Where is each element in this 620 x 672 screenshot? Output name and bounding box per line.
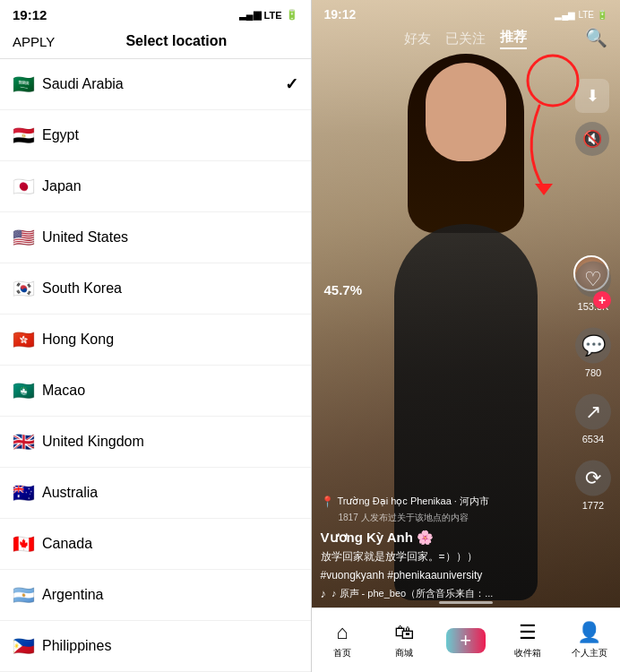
download-button[interactable]: ⬇ <box>575 79 609 113</box>
nav-label-1: 商城 <box>395 647 413 659</box>
bottom-nav-item-2[interactable]: + <box>443 628 488 653</box>
location-item-content: 🇲🇴 Macao <box>13 380 85 401</box>
location-item[interactable]: 🇵🇭 Philippines <box>0 621 311 672</box>
follow-plus-button[interactable]: + <box>593 291 611 309</box>
nav-tab-推荐[interactable]: 推荐 <box>500 29 527 49</box>
bottom-nav: ⌂ 首页 🛍 商城 + ☰ 收件箱 👤 个人主页 <box>312 607 621 672</box>
location-pin-icon: 📍 <box>321 495 334 508</box>
location-item[interactable]: 🇲🇴 Macao <box>0 366 311 417</box>
nav-label-3: 收件箱 <box>514 647 541 659</box>
location-item-content: 🇦🇷 Argentina <box>13 584 104 606</box>
nav-label-0: 首页 <box>333 647 351 659</box>
location-name-text: Australia <box>42 485 98 501</box>
location-name-text: United States <box>42 229 128 246</box>
location-item-content: 🇭🇰 Hong Kong <box>13 329 114 350</box>
nav-icon-0: ⌂ <box>336 621 348 644</box>
search-icon[interactable]: 🔍 <box>585 27 607 48</box>
top-nav: 好友已关注推荐 <box>312 25 621 53</box>
status-time-right: 19:12 <box>324 7 357 22</box>
location-name-text: United Kingdom <box>42 434 144 450</box>
bottom-info: 📍 Trường Đại học Phenikaa · 河内市 1817 人发布… <box>321 495 567 600</box>
location-item[interactable]: 🇯🇵 Japan <box>0 161 311 212</box>
flag-icon: 🇲🇴 <box>13 380 35 401</box>
location-list: 🇸🇦 Saudi Arabia ✓ 🇪🇬 Egypt 🇯🇵 Japan 🇺🇸 U… <box>0 59 311 672</box>
location-name-text: Japan <box>42 178 82 194</box>
location-name-text: Hong Kong <box>42 332 114 348</box>
location-name-text: Macao <box>42 383 85 399</box>
status-bar-right: 19:12 ▂▄▆ LTE 🔋 <box>312 0 621 25</box>
video-hashtags[interactable]: #vuongkyanh #phenikaauniversity <box>321 568 567 583</box>
username-text: Vương Kỳ Anh 🌸 <box>321 530 435 546</box>
status-bar-left: 19:12 ▂▄▆ LTE 🔋 <box>0 0 311 26</box>
action-icon-3[interactable]: ⟳ <box>575 461 611 496</box>
location-item[interactable]: 🇭🇰 Hong Kong <box>0 314 311 366</box>
action-icon-2[interactable]: ↗ <box>575 394 611 430</box>
nav-tab-已关注[interactable]: 已关注 <box>445 30 486 47</box>
location-item[interactable]: 🇸🇦 Saudi Arabia ✓ <box>0 59 311 110</box>
location-item-content: 🇦🇺 Australia <box>13 482 98 504</box>
action-button-2[interactable]: ↗ 6534 <box>575 394 611 444</box>
location-item[interactable]: 🇺🇸 United States <box>0 212 311 263</box>
location-item-content: 🇨🇦 Canada <box>13 533 92 555</box>
music-info: ♪ ♪ 原声 - phe_beo（所含音乐来自：... <box>321 587 567 600</box>
nav-icon-1: 🛍 <box>394 621 414 644</box>
mute-button[interactable]: 🔇 <box>575 122 609 156</box>
flag-icon: 🇯🇵 <box>13 176 35 197</box>
location-item-content: 🇸🇦 Saudi Arabia <box>13 73 124 95</box>
action-count-2: 6534 <box>582 434 604 444</box>
add-video-button[interactable]: + <box>446 628 486 653</box>
music-note-icon: ♪ <box>321 587 327 600</box>
apply-button[interactable]: APPLY <box>13 34 55 49</box>
location-item-content: 🇵🇭 Philippines <box>13 635 111 657</box>
action-icon-1[interactable]: 💬 <box>575 328 611 364</box>
location-item[interactable]: 🇦🇺 Australia <box>0 468 311 519</box>
percentage-overlay: 45.7% <box>324 282 363 297</box>
location-name-text: Argentina <box>42 587 104 603</box>
location-item[interactable]: 🇨🇦 Canada <box>0 519 311 570</box>
nav-tab-好友[interactable]: 好友 <box>404 30 431 47</box>
location-name-text: Egypt <box>42 127 79 143</box>
location-item[interactable]: 🇬🇧 United Kingdom <box>0 417 311 468</box>
location-name-text: Philippines <box>42 638 111 654</box>
person-face <box>426 63 506 161</box>
select-location-title: Select location <box>55 33 297 49</box>
location-name-text: Saudi Arabia <box>42 76 124 92</box>
flag-icon: 🇪🇬 <box>13 125 35 146</box>
scroll-indicator <box>439 601 493 604</box>
flag-icon: 🇵🇭 <box>13 635 35 657</box>
nav-icon-3: ☰ <box>519 621 537 644</box>
location-item[interactable]: 🇦🇷 Argentina <box>0 570 311 621</box>
flag-icon: 🇰🇷 <box>13 278 35 299</box>
flag-icon: 🇦🇷 <box>13 584 35 606</box>
status-icons-right: ▂▄▆ LTE 🔋 <box>555 10 607 20</box>
bottom-nav-item-0[interactable]: ⌂ 首页 <box>320 621 365 659</box>
location-item[interactable]: 🇪🇬 Egypt <box>0 110 311 161</box>
bottom-nav-item-3[interactable]: ☰ 收件箱 <box>505 621 550 659</box>
location-item[interactable]: 🇰🇷 South Korea <box>0 263 311 314</box>
battery-icon: 🔋 <box>286 9 298 21</box>
left-panel: 19:12 ▂▄▆ LTE 🔋 APPLY Select location 🇸🇦… <box>0 0 311 672</box>
status-icons-left: ▂▄▆ LTE 🔋 <box>239 9 298 21</box>
action-count-1: 780 <box>585 367 601 378</box>
flag-icon: 🇭🇰 <box>13 329 35 350</box>
flag-icon: 🇦🇺 <box>13 482 35 504</box>
location-item-content: 🇯🇵 Japan <box>13 176 82 197</box>
flag-icon: 🇺🇸 <box>13 227 35 248</box>
action-button-1[interactable]: 💬 780 <box>575 328 611 378</box>
nav-label-4: 个人主页 <box>572 647 607 659</box>
location-name-text: South Korea <box>42 280 122 297</box>
bottom-nav-item-4[interactable]: 👤 个人主页 <box>567 621 612 659</box>
location-tag[interactable]: 📍 Trường Đại học Phenikaa · 河内市 <box>321 495 567 508</box>
location-sub-text: 1817 人发布过关于该地点的内容 <box>321 512 567 524</box>
header-bar: APPLY Select location <box>0 26 311 59</box>
music-text: ♪ 原声 - phe_beo（所含音乐来自：... <box>332 587 493 600</box>
lte-icon: LTE <box>264 10 282 21</box>
bottom-nav-item-1[interactable]: 🛍 商城 <box>382 621 426 659</box>
location-name-text: Canada <box>42 536 92 552</box>
lte-label-right: LTE <box>578 10 594 20</box>
signal-icon: ▂▄▆ <box>239 9 261 21</box>
nav-icon-4: 👤 <box>577 621 601 644</box>
location-item-content: 🇰🇷 South Korea <box>13 278 122 299</box>
action-button-3[interactable]: ⟳ 1772 <box>575 461 611 511</box>
signal-icon-right: ▂▄▆ <box>555 10 575 20</box>
